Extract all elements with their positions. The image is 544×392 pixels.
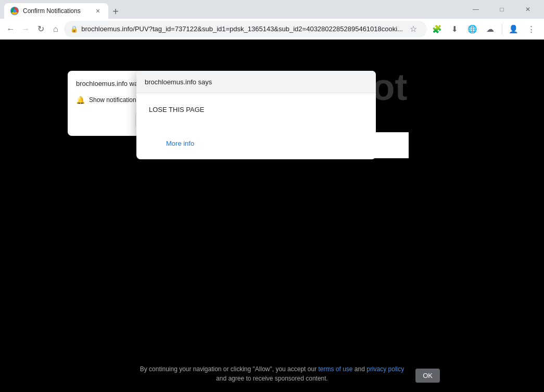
forward-button[interactable]: → <box>19 21 32 37</box>
alert-header-title: brochloemus.info says <box>145 78 212 86</box>
tab-favicon-icon <box>10 7 19 15</box>
maximize-button[interactable]: □ <box>490 1 514 18</box>
reload-button[interactable]: ↻ <box>34 21 47 37</box>
profile-button[interactable]: 👤 <box>505 21 522 37</box>
download-button[interactable]: ⬇ <box>447 21 463 37</box>
lock-icon: 🔒 <box>70 26 78 33</box>
consent-bar: By continuing your navigation or clickin… <box>0 360 544 387</box>
consent-text-block: By continuing your navigation or clickin… <box>140 364 404 383</box>
consent-text-middle: and <box>353 365 367 373</box>
url-text: brochloemus.info/PUV?tag_id=737122&sub_i… <box>81 25 403 33</box>
cloud-icon[interactable]: ☁ <box>482 21 499 37</box>
consent-text-after: and agree to receive sponsored content. <box>216 375 328 382</box>
back-button[interactable]: ← <box>4 21 17 37</box>
new-tab-button[interactable]: + <box>108 4 123 19</box>
home-button[interactable]: ⌂ <box>49 21 62 37</box>
address-bar[interactable]: 🔒 brochloemus.info/PUV?tag_id=737122&sub… <box>64 21 427 37</box>
alert-body: LOSE THIS PAGE <box>136 93 376 130</box>
navigation-bar: ← → ↻ ⌂ 🔒 brochloemus.info/PUV?tag_id=73… <box>0 19 544 40</box>
more-info-link[interactable]: More info <box>166 140 194 147</box>
terms-link[interactable]: terms of use <box>318 365 352 373</box>
alert-message: LOSE THIS PAGE <box>149 106 363 113</box>
active-tab[interactable]: Confirm Notifications × <box>4 3 108 19</box>
tab-close-button[interactable]: × <box>94 7 102 15</box>
bell-icon: 🔔 <box>76 96 85 104</box>
page-content: Clicl ou are not brochloemus.info wants … <box>0 40 544 392</box>
consent-ok-button[interactable]: OK <box>415 369 440 383</box>
popup-notification-label: Show notifications <box>89 96 140 104</box>
nav-icons-group: 🧩 ⬇ 🌐 ☁ 👤 ⋮ <box>429 21 540 37</box>
separator <box>502 24 502 34</box>
title-bar: Confirm Notifications × + — □ ✕ <box>0 0 544 19</box>
more-info-area: More info <box>154 132 409 158</box>
menu-button[interactable]: ⋮ <box>523 21 540 37</box>
window-controls: — □ ✕ <box>464 1 540 18</box>
dialogs-container: brochloemus.info wants to × 🔔 Show notif… <box>0 40 544 392</box>
tab-title: Confirm Notifications <box>23 7 90 15</box>
alert-close-label: LOSE THIS PAGE <box>149 106 204 113</box>
consent-text-before: By continuing your navigation or clickin… <box>140 365 319 373</box>
minimize-button[interactable]: — <box>464 1 488 18</box>
browser-icon[interactable]: 🌐 <box>464 21 481 37</box>
privacy-link[interactable]: privacy policy <box>366 365 404 373</box>
browser-window: Confirm Notifications × + — □ ✕ ← → ↻ ⌂ … <box>0 0 544 392</box>
extensions-button[interactable]: 🧩 <box>429 21 446 37</box>
close-button[interactable]: ✕ <box>516 1 540 18</box>
tab-bar: Confirm Notifications × + <box>4 0 462 19</box>
bookmark-button[interactable]: ☆ <box>406 22 421 36</box>
alert-header: brochloemus.info says <box>136 71 376 93</box>
